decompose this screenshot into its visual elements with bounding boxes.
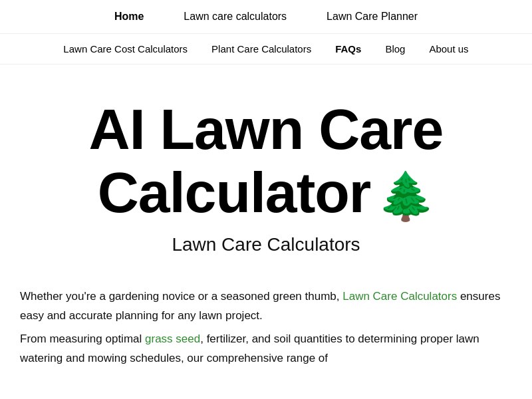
content-paragraph-1: Whether you're a gardening novice or a s… — [20, 287, 512, 326]
nav-plant-care[interactable]: Plant Care Calculators — [211, 43, 311, 55]
nav-lawn-planner[interactable]: Lawn Care Planner — [327, 11, 418, 23]
lawn-care-calculators-link[interactable]: Lawn Care Calculators — [342, 290, 457, 303]
nav-blog[interactable]: Blog — [385, 43, 405, 55]
paragraph2-prefix: From measuring optimal — [20, 332, 145, 345]
hero-title-line2: Calculator — [98, 160, 371, 224]
nav-lawn-calculators[interactable]: Lawn care calculators — [184, 11, 287, 23]
hero-title: AI Lawn Care Calculator🌲 — [40, 98, 492, 223]
hero-title-line1: AI Lawn Care — [89, 97, 444, 161]
tree-icon: 🌲 — [377, 171, 434, 222]
nav-cost-calculators[interactable]: Lawn Care Cost Calculators — [63, 43, 188, 55]
paragraph1-prefix: Whether you're a gardening novice or a s… — [20, 290, 342, 303]
content-section: Whether you're a gardening novice or a s… — [0, 287, 532, 368]
grass-seed-link[interactable]: grass seed — [145, 332, 200, 345]
nav-about[interactable]: About us — [429, 43, 468, 55]
content-paragraph-2: From measuring optimal grass seed, ferti… — [20, 330, 512, 368]
nav-second: Lawn Care Cost Calculators Plant Care Ca… — [0, 34, 532, 65]
nav-faqs[interactable]: FAQs — [335, 43, 361, 55]
nav-top: Home Lawn care calculators Lawn Care Pla… — [0, 0, 532, 34]
hero-section: AI Lawn Care Calculator🌲 Lawn Care Calcu… — [0, 65, 532, 287]
nav-home[interactable]: Home — [114, 11, 144, 23]
hero-subtitle: Lawn Care Calculators — [40, 234, 492, 255]
